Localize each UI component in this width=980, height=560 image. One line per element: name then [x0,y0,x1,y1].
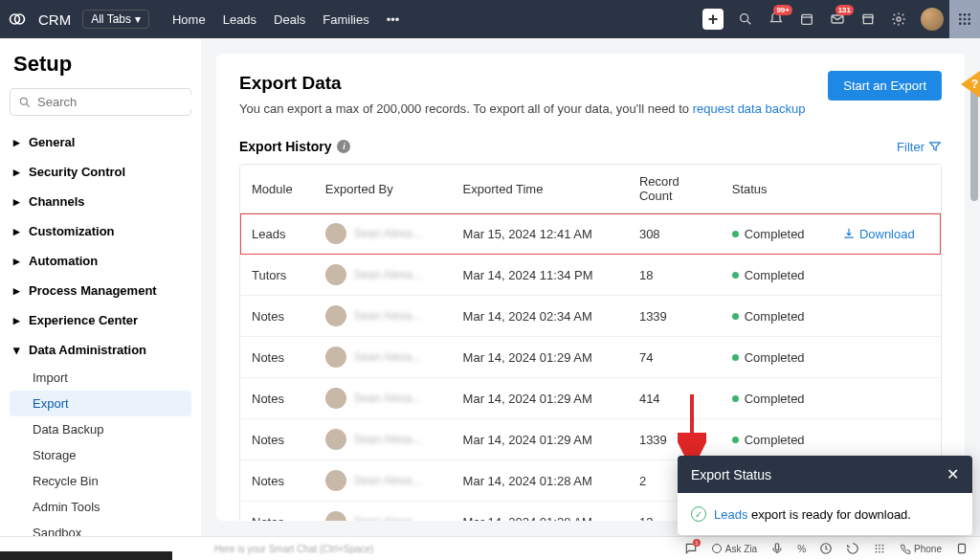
sidebar-item-data-admin[interactable]: ▾Data Administration [10,335,191,365]
chevron-down-icon: ▾ [135,12,141,26]
cell-count: 1339 [628,419,721,460]
cell-by: Sean Alexa... [314,378,452,419]
sidebar-sub-import[interactable]: Import [10,365,191,391]
ask-zia-button[interactable]: Ask Zia [711,543,757,554]
cell-status: Completed [721,296,831,337]
svg-point-14 [959,22,962,25]
cell-by: Sean Alexa... [314,296,452,337]
table-row[interactable]: Leads Sean Alexa... Mar 15, 2024 12:41 A… [240,213,941,255]
mic-icon[interactable] [770,542,784,555]
svg-point-12 [964,18,967,21]
svg-point-30 [879,551,880,553]
sidebar-item-automation[interactable]: ▸Automation [10,246,191,276]
search-box[interactable] [10,88,191,116]
search-icon[interactable] [737,11,754,28]
sidebar-sub-recycle[interactable]: Recycle Bin [10,468,191,494]
add-button[interactable]: + [702,9,724,30]
avatar[interactable] [921,8,944,31]
cell-by: Sean Alexa... [314,419,452,460]
phone-button[interactable]: Phone [900,543,942,554]
sidebar-item-process[interactable]: ▸Process Management [10,276,191,305]
calendar-icon[interactable] [798,11,815,28]
svg-point-26 [876,548,878,549]
toast-link[interactable]: Leads [714,507,747,522]
mail-icon[interactable]: 131 [829,11,846,28]
search-input[interactable] [37,95,198,109]
nav-tab-leads[interactable]: Leads [223,12,256,27]
status-dot-icon [732,354,739,361]
sidebar-item-experience[interactable]: ▸Experience Center [10,305,191,335]
col-count: Record Count [628,165,721,213]
sidebar-item-security[interactable]: ▸Security Control [10,157,191,187]
clipboard-icon[interactable] [955,542,969,555]
sidebar-sub-export[interactable]: Export [10,391,191,416]
sidebar-title: Setup [10,52,191,77]
start-export-button[interactable]: Start an Export [828,71,942,101]
help-tab-icon[interactable] [961,71,980,98]
request-backup-link[interactable]: request data backup [693,101,806,116]
svg-point-10 [968,13,970,16]
chevron-right-icon: ▸ [13,227,23,236]
info-icon[interactable]: i [337,140,350,153]
table-row[interactable]: Notes Sean Alexa... Mar 14, 2024 01:29 A… [240,419,941,460]
sidebar-item-customization[interactable]: ▸Customization [10,216,191,246]
table-row[interactable]: Notes Sean Alexa... Mar 14, 2024 01:29 A… [240,337,941,378]
table-row[interactable]: Tutors Sean Alexa... Mar 14, 2024 11:34 … [240,255,941,296]
chevron-right-icon: ▸ [13,138,23,147]
svg-point-27 [879,548,880,549]
svg-point-15 [964,22,967,25]
cell-time: Mar 14, 2024 02:34 AM [452,296,628,337]
svg-point-25 [882,545,884,547]
avatar [325,429,346,450]
gear-icon[interactable] [890,11,907,28]
cell-module: Notes [240,296,314,337]
sidebar-sub-admin[interactable]: Admin Tools [10,494,191,520]
cell-time: Mar 14, 2024 11:34 PM [452,255,628,296]
nav-tab-families[interactable]: Families [323,12,368,27]
filter-link[interactable]: Filter [897,140,942,154]
chat-icon[interactable]: 1 [684,542,698,555]
cell-status: Completed [721,255,831,296]
cell-time: Mar 14, 2024 01:28 AM [452,460,628,502]
cell-status: Completed [721,213,831,255]
clock-icon[interactable] [819,542,833,555]
scrollbar[interactable] [970,86,978,201]
toast-title: Export Status [691,467,771,482]
table-row[interactable]: Notes Sean Alexa... Mar 14, 2024 01:29 A… [240,378,941,419]
cell-time: Mar 14, 2024 01:29 AM [452,337,628,378]
nav-tab-more[interactable]: ••• [387,12,400,27]
status-dot-icon [732,395,739,402]
nav-tab-deals[interactable]: Deals [274,12,305,27]
tabs-selector[interactable]: All Tabs ▾ [82,10,149,29]
cell-status: Completed [721,378,831,419]
cell-module: Notes [240,419,314,460]
sidebar-sub-storage[interactable]: Storage [10,442,191,468]
table-row[interactable]: Notes Sean Alexa... Mar 14, 2024 02:34 A… [240,296,941,337]
download-link[interactable]: Download [842,227,929,241]
history-icon[interactable] [846,542,859,555]
avatar [325,388,346,409]
apps-icon[interactable] [949,0,980,38]
sidebar-item-general[interactable]: ▸General [10,127,191,157]
sidebar-sub-backup[interactable]: Data Backup [10,416,191,442]
nav-tab-home[interactable]: Home [172,12,206,27]
cell-module: Notes [240,502,314,522]
store-icon[interactable] [859,11,877,28]
col-status: Status [721,165,831,213]
cell-count: 308 [628,213,721,255]
cell-status: Completed [721,419,831,460]
brand-label: CRM [38,11,71,28]
close-icon[interactable]: ✕ [947,465,959,483]
dialpad-icon[interactable] [873,542,886,555]
svg-point-23 [876,545,878,547]
sidebar-sub-sandbox[interactable]: Sandbox [10,520,191,536]
svg-rect-4 [802,14,813,24]
avatar [325,305,346,326]
cell-by: Sean Alexa... [314,255,452,296]
svg-point-9 [964,13,967,16]
svg-point-28 [882,548,884,549]
smartchat-hint: Here is your Smart Chat (Ctrl+Space) [214,544,373,554]
ai-icon[interactable]: % [797,544,806,554]
bell-icon[interactable]: 99+ [768,11,785,28]
sidebar-item-channels[interactable]: ▸Channels [10,187,191,216]
